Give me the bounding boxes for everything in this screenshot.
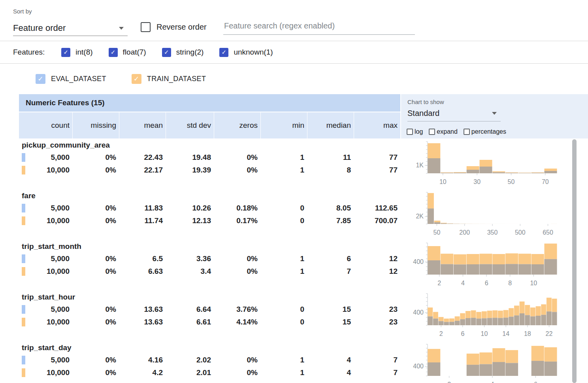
svg-text:400: 400 [413, 309, 424, 316]
histogram-svg: 1K10305070 [400, 139, 573, 190]
cell-max: 7 [354, 354, 400, 366]
col-zeros: zeros [214, 112, 260, 138]
eval-dataset-checkbox[interactable] [36, 74, 45, 84]
feature-search-input[interactable] [223, 19, 415, 35]
cell-max: 77 [354, 151, 400, 164]
reverse-order-control: Reverse order [141, 22, 207, 32]
svg-text:2: 2 [437, 280, 441, 286]
column-headers: count missing mean std dev zeros min med… [19, 112, 400, 138]
numeric-features-table: Numeric Features (15) count missing mean… [19, 94, 588, 383]
unknown-label[interactable]: unknown(1) [234, 48, 273, 57]
feature-block: fare 5,000 0% 11.83 10.26 0.18% 0 8.05 1… [19, 190, 588, 241]
chart-options: log expand percentages [407, 128, 506, 135]
cell-count: 5,000 [19, 151, 72, 164]
cell-mean: 4.2 [119, 366, 166, 379]
cell-zeros: 4.14% [214, 316, 260, 328]
filter-string: string(2) [162, 48, 204, 57]
feature-histogram[interactable]: 400246810 [400, 241, 574, 291]
cell-zeros: 0.17% [214, 214, 260, 227]
train-dataset-checkbox[interactable] [132, 74, 141, 84]
feature-stats: trip_start_hour 5,000 0% 13.63 6.64 3.76… [19, 291, 400, 342]
eval-dataset-label[interactable]: EVAL_DATASET [51, 75, 106, 83]
feature-histogram[interactable]: 4002610141822 [400, 291, 574, 342]
train-color-swatch [22, 166, 25, 174]
feature-name: fare [19, 190, 400, 202]
chart-type-select[interactable]: Standard [407, 109, 501, 121]
svg-text:350: 350 [487, 229, 498, 236]
percentages-label[interactable]: percentages [471, 128, 506, 135]
filter-unknown: unknown(1) [219, 48, 273, 57]
float-label[interactable]: float(7) [123, 48, 146, 57]
feature-type-filters: Features: int(8) float(7) string(2) unkn… [0, 41, 588, 64]
svg-text:4: 4 [491, 381, 494, 383]
cell-median: 4 [307, 354, 354, 366]
cell-median: 15 [307, 316, 354, 328]
expand-label[interactable]: expand [437, 128, 458, 135]
reverse-order-checkbox[interactable] [141, 22, 151, 32]
sort-by-select[interactable]: Feature order [13, 21, 128, 36]
cell-mean: 13.63 [119, 316, 166, 328]
cell-median: 6 [307, 252, 354, 265]
table-header: Numeric Features (15) count missing mean… [19, 94, 588, 138]
unknown-checkbox[interactable] [219, 48, 228, 57]
histogram-svg: 400246 [400, 342, 573, 383]
svg-text:400: 400 [413, 363, 424, 370]
features-label: Features: [13, 48, 45, 57]
cell-zeros: 0% [214, 354, 260, 366]
svg-text:6: 6 [485, 280, 488, 286]
percentages-checkbox[interactable] [464, 129, 470, 135]
svg-text:10: 10 [530, 280, 537, 286]
expand-checkbox[interactable] [429, 129, 435, 135]
cell-min: 0 [260, 316, 307, 328]
float-checkbox[interactable] [109, 48, 118, 57]
svg-text:22: 22 [546, 330, 553, 337]
string-label[interactable]: string(2) [176, 48, 204, 57]
svg-text:10: 10 [439, 178, 447, 185]
train-color-swatch [22, 267, 25, 276]
train-color-swatch [22, 318, 25, 326]
int-label[interactable]: int(8) [75, 48, 92, 57]
train-dataset-label[interactable]: TRAIN_DATASET [147, 75, 206, 83]
feature-stats: trip_start_month 5,000 0% 6.5 3.36 0% 1 … [19, 241, 400, 291]
table-row-train: 10,000 0% 4.2 2.01 0% 1 4 7 [19, 366, 400, 379]
cell-count: 10,000 [19, 214, 72, 227]
cell-count: 10,000 [19, 366, 72, 379]
cell-median: 15 [307, 303, 354, 316]
cell-zeros: 0% [214, 265, 260, 278]
reverse-order-label[interactable]: Reverse order [156, 23, 207, 32]
cell-median: 11 [307, 151, 354, 164]
cell-stddev: 10.26 [166, 202, 214, 214]
cell-median: 4 [307, 366, 354, 379]
feature-histogram[interactable]: 2K50200350500650 [400, 190, 574, 241]
cell-count: 5,000 [19, 354, 72, 366]
cell-missing: 0% [72, 303, 119, 316]
log-checkbox[interactable] [407, 129, 413, 135]
feature-histogram[interactable]: 1K10305070 [400, 139, 574, 190]
cell-median: 7.85 [307, 214, 354, 227]
feature-block: trip_start_hour 5,000 0% 13.63 6.64 3.76… [19, 291, 588, 342]
cell-median: 7 [307, 265, 354, 278]
scrollbar-thumb[interactable] [572, 139, 577, 383]
cell-stddev: 3.36 [166, 252, 214, 265]
log-label[interactable]: log [415, 128, 423, 135]
cell-missing: 0% [72, 214, 119, 227]
int-checkbox[interactable] [61, 48, 70, 57]
cell-stddev: 19.48 [166, 151, 214, 164]
svg-text:2: 2 [439, 330, 443, 337]
cell-mean: 4.16 [119, 354, 166, 366]
svg-text:500: 500 [515, 229, 526, 236]
feature-histogram[interactable]: 400246 [400, 342, 574, 383]
cell-zeros: 0% [214, 252, 260, 265]
svg-text:50: 50 [508, 178, 515, 185]
chart-controls-panel: Chart to show Standard log expand percen… [400, 94, 588, 138]
cell-missing: 0% [72, 202, 119, 214]
string-checkbox[interactable] [162, 48, 171, 57]
col-count: count [19, 112, 72, 138]
feature-name: trip_start_month [19, 241, 400, 252]
filter-float: float(7) [109, 48, 146, 57]
table-row-eval: 5,000 0% 11.83 10.26 0.18% 0 8.05 112.65 [19, 202, 400, 214]
cell-mean: 22.17 [119, 164, 166, 176]
cell-mean: 6.63 [119, 265, 166, 278]
cell-stddev: 19.39 [166, 164, 214, 176]
cell-min: 0 [260, 202, 307, 214]
